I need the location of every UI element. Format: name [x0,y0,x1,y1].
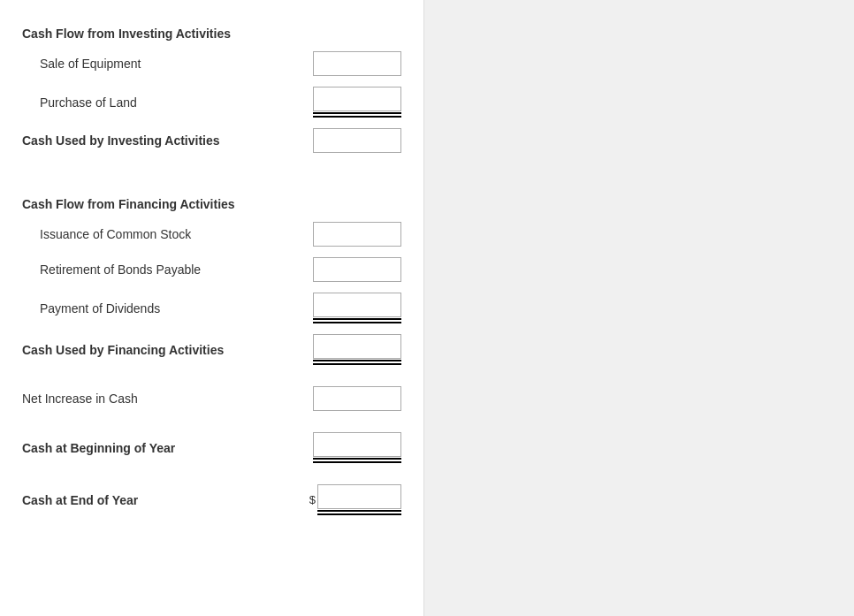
cash-end-input[interactable] [317,484,401,509]
single-line-4 [313,458,401,460]
cash-beginning-wrapper [313,432,401,463]
cash-used-financing-input[interactable] [313,334,401,359]
sale-of-equipment-label: Sale of Equipment [40,57,141,71]
issuance-common-stock-row: Issuance of Common Stock [22,222,401,247]
cash-used-financing-row: Cash Used by Financing Activities [22,334,401,365]
double-line-3 [313,363,401,365]
purchase-of-land-wrapper [313,87,401,118]
cash-end-wrapper: $ [309,484,401,515]
cash-used-investing-row: Cash Used by Investing Activities [22,128,401,153]
retirement-bonds-input[interactable] [313,257,401,282]
financing-header: Cash Flow from Financing Activities [22,197,401,211]
spacer-2 [22,174,401,188]
retirement-bonds-row: Retirement of Bonds Payable [22,257,401,282]
cash-end-label: Cash at End of Year [22,493,138,507]
net-increase-cash-input[interactable] [313,386,401,411]
spacer-5 [22,470,401,484]
single-line-3 [313,360,401,361]
double-line-2 [313,322,401,323]
purchase-of-land-row: Purchase of Land [22,87,401,118]
sale-of-equipment-input[interactable] [313,51,401,76]
cash-used-financing-wrapper [313,334,401,365]
payment-dividends-wrapper [313,293,401,323]
purchase-of-land-label: Purchase of Land [40,95,137,110]
payment-dividends-input[interactable] [313,293,401,317]
cash-beginning-label: Cash at Beginning of Year [22,441,175,455]
single-line-2 [313,318,401,320]
cash-used-investing-input[interactable] [313,128,401,153]
form-panel: Cash Flow from Investing Activities Sale… [0,0,424,616]
cash-beginning-row: Cash at Beginning of Year [22,432,401,463]
spacer-4 [22,418,401,432]
issuance-common-stock-input[interactable] [313,222,401,247]
cash-used-financing-label: Cash Used by Financing Activities [22,343,224,357]
investing-header: Cash Flow from Investing Activities [22,27,401,41]
sale-of-equipment-row: Sale of Equipment [22,51,401,76]
cash-used-investing-label: Cash Used by Investing Activities [22,133,220,148]
payment-dividends-label: Payment of Dividends [40,301,160,316]
dollar-sign: $ [309,493,316,506]
double-line-4 [313,461,401,463]
right-panel [424,0,854,616]
purchase-of-land-input[interactable] [313,87,401,111]
single-line-1 [313,112,401,114]
double-line-1 [313,116,401,118]
cash-beginning-input[interactable] [313,432,401,457]
spacer-3 [22,372,401,386]
net-increase-cash-label: Net Increase in Cash [22,392,138,406]
single-line-5 [317,510,401,512]
retirement-bonds-label: Retirement of Bonds Payable [40,262,201,277]
cash-end-row: Cash at End of Year $ [22,484,401,515]
payment-dividends-row: Payment of Dividends [22,293,401,323]
double-line-5 [317,513,401,515]
spacer-1 [22,160,401,174]
issuance-common-stock-label: Issuance of Common Stock [40,227,191,241]
net-increase-cash-row: Net Increase in Cash [22,386,401,411]
page-container: Cash Flow from Investing Activities Sale… [0,0,854,616]
